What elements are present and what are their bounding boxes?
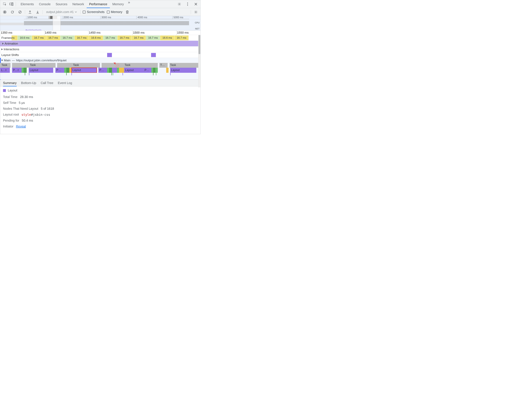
task-label[interactable]: Task [170,63,176,67]
task-label[interactable]: Task [30,63,36,67]
flame-entry[interactable]: L…t [0,68,10,73]
close-icon[interactable] [192,1,199,7]
initiator-reveal-link[interactable]: Reveal [16,125,26,128]
flame-entry[interactable] [109,68,112,73]
tab-summary[interactable]: Summary [3,80,17,86]
flame-entry[interactable] [167,68,168,73]
flame-entry[interactable]: P… [144,68,152,73]
tab-network[interactable]: Network [70,0,87,8]
tabs-overflow-icon[interactable]: » [126,0,132,8]
frame-cell[interactable]: 16.7 ms [103,36,117,40]
flame-entry[interactable] [170,73,171,75]
frame-cell[interactable]: 16.7 ms [75,36,89,40]
flame-entry[interactable] [156,73,156,75]
flame-entry[interactable]: Layout [29,68,53,73]
memory-checkbox[interactable]: Memory [107,10,122,14]
flame-entry[interactable] [112,68,117,73]
layout-shift-block[interactable] [151,53,156,57]
trash-icon[interactable] [125,9,130,15]
interactions-track[interactable]: Interactions [0,46,198,52]
flame-entry[interactable]: Layout [170,68,196,73]
flame-entry[interactable] [66,73,67,75]
frame-cell[interactable]: 16.7 ms [60,36,75,40]
flame-entry[interactable] [113,73,113,75]
frame-cell[interactable]: 16.7 ms [146,36,160,40]
flame-entry[interactable]: P… [98,68,107,73]
flame-entry[interactable] [166,68,167,73]
flamechart-sub-row[interactable] [0,73,198,80]
animation-bar[interactable] [0,42,198,46]
tab-console[interactable]: Console [36,0,53,8]
flamechart-ruler[interactable]: 1350 ms 1400 ms 1450 ms 1500 ms 1550 ms [0,31,200,35]
task-label[interactable]: Task [125,63,130,67]
frame-cell[interactable]: 16.7 ms [132,36,146,40]
frame-cell[interactable]: 16.7 ms [46,36,60,40]
capture-settings-icon[interactable] [193,9,199,15]
flame-entry[interactable] [22,68,24,73]
layout-root-value[interactable]: style#jsbin-css [21,113,50,117]
frame-cell[interactable]: 16.6 ms [160,36,174,40]
frame-cell[interactable]: 16.6 ms [18,36,32,40]
task-label[interactable]: Task [73,63,79,67]
task-label[interactable]: T… [160,63,165,67]
clear-icon[interactable] [17,9,23,15]
tab-performance[interactable]: Performance [87,0,110,8]
flame-entry[interactable] [29,73,29,75]
frame-cell[interactable]: 16.7 ms [117,36,132,40]
tab-bottom-up[interactable]: Bottom-Up [21,81,36,85]
scrollbar[interactable] [198,35,200,87]
settings-icon[interactable] [176,1,183,7]
overview-selection-window[interactable] [53,16,61,31]
flamechart-work-row[interactable]: L…tP…tLayoutP…LayoutP…LayoutP…Layout [0,68,198,73]
flame-entry[interactable] [122,73,123,75]
collapse-icon[interactable] [1,60,3,61]
main-track-header[interactable]: Main — https://output.jsbin.com/elisum/9… [0,58,198,63]
flame-entry[interactable] [25,73,25,75]
tab-call-tree[interactable]: Call Tree [41,81,53,85]
flame-entry[interactable] [71,73,72,75]
flame-entry[interactable] [153,68,155,73]
flame-entry[interactable] [153,73,153,75]
flame-entry[interactable] [117,68,119,73]
flame-entry[interactable] [64,68,66,73]
frames-track[interactable]: Frames ms16.6 ms16.7 ms16.7 ms16.7 ms16.… [0,35,198,41]
main-track-url: https://output.jsbin.com/elisum/9/quiet [16,59,66,62]
tab-event-log[interactable]: Event Log [58,81,72,85]
download-icon[interactable] [35,9,40,15]
screenshots-checkbox[interactable]: Screenshots [83,10,104,14]
flame-entry[interactable] [66,68,69,73]
flame-entry[interactable] [152,68,153,73]
scrollbar-thumb[interactable] [199,35,200,54]
flame-entry[interactable] [107,68,109,73]
flame-entry[interactable] [69,68,71,73]
inspect-element-icon[interactable] [1,1,8,7]
flamechart[interactable]: Frames ms16.6 ms16.7 ms16.7 ms16.7 ms16.… [0,35,200,80]
tab-sources[interactable]: Sources [53,0,70,8]
record-icon[interactable] [2,9,7,15]
flame-entry[interactable]: P… [55,68,64,73]
tab-memory[interactable]: Memory [110,0,126,8]
flame-entry[interactable]: Layout [124,68,144,73]
layout-shifts-track[interactable]: Layout Shifts [0,52,198,58]
flame-entry[interactable] [111,73,112,75]
animation-track[interactable]: Animation [0,41,198,46]
layout-shift-block[interactable] [107,53,112,57]
kebab-menu-icon[interactable] [184,1,191,7]
flame-entry[interactable]: P…t [12,68,22,73]
recording-selector[interactable]: output.jsbin.com #1 [45,10,78,14]
expand-icon[interactable] [2,43,4,44]
flame-entry[interactable] [155,68,158,73]
flame-entry[interactable] [24,68,27,73]
reload-icon[interactable] [10,9,15,15]
timeline-overview[interactable]: 1000 ms 2000 ms 3000 ms 4000 ms 5000 ms … [0,16,200,31]
frame-cell[interactable]: 16.7 ms [174,36,189,40]
tasks-row[interactable]: Task TaskTaskTaskT…Task [0,63,198,68]
expand-icon[interactable] [1,48,3,50]
upload-icon[interactable] [27,9,33,15]
device-toolbar-icon[interactable] [8,1,15,7]
flame-entry[interactable] [119,68,124,73]
frame-cell[interactable]: 16.6 ms [89,36,103,40]
tab-elements[interactable]: Elements [18,0,36,8]
flame-entry[interactable]: Layout [71,68,97,73]
frame-cell[interactable]: 16.7 ms [32,36,46,40]
